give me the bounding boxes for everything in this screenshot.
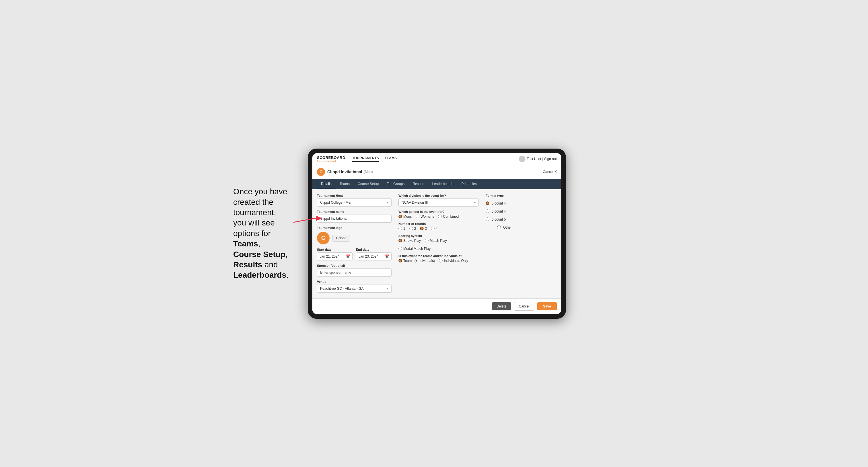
- delete-button[interactable]: Delete: [492, 302, 511, 310]
- host-select[interactable]: Clippd College - Men: [317, 198, 392, 207]
- start-date-wrapper: 📅: [317, 252, 352, 260]
- user-area: Test User | Sign out: [519, 156, 557, 162]
- sponsor-label: Sponsor (optional): [317, 264, 392, 267]
- bold-course-setup: Course Setup,: [233, 250, 288, 259]
- scoring-stroke[interactable]: Stroke Play: [398, 239, 421, 243]
- format-other[interactable]: Other: [497, 225, 557, 229]
- logo-group: Tournament logo C Upload: [317, 226, 392, 244]
- teams-plus-individuals-radio[interactable]: [398, 259, 402, 262]
- venue-group: Venue Peachtree GC - Atlanta - GA: [317, 280, 392, 292]
- format-other-radio[interactable]: [497, 225, 501, 229]
- bold-teams: Teams: [233, 239, 258, 248]
- tournament-header: C Clippd Invitational (Men) Cancel X: [312, 165, 561, 179]
- user-text[interactable]: Test User | Sign out: [527, 157, 557, 161]
- name-label: Tournament name: [317, 210, 392, 213]
- arrow-icon: [293, 215, 322, 229]
- rounds-4[interactable]: 4: [431, 227, 438, 230]
- format-6count4-label: 6 count 4: [492, 209, 506, 213]
- save-button[interactable]: Save: [537, 302, 557, 310]
- gender-combined[interactable]: Combined: [438, 215, 459, 219]
- name-input[interactable]: [317, 215, 392, 223]
- format-6count4[interactable]: 6 count 4: [486, 209, 557, 213]
- tournament-gender: (Men): [364, 170, 373, 174]
- venue-select[interactable]: Peachtree GC - Atlanta - GA: [317, 285, 392, 292]
- rounds-2[interactable]: 2: [409, 227, 416, 230]
- sponsor-group: Sponsor (optional): [317, 264, 392, 277]
- end-date-wrapper: 📅: [356, 252, 392, 260]
- start-date-group: Start date 📅: [317, 248, 352, 260]
- nav-teams[interactable]: TEAMS: [385, 156, 397, 162]
- rounds-3[interactable]: 3: [420, 227, 427, 230]
- logo-sub: Powered by clippd: [317, 160, 345, 162]
- individuals-only[interactable]: Individuals Only: [439, 259, 468, 263]
- scoring-medal-label: Medal Match Play: [403, 247, 431, 251]
- rounds-1[interactable]: 1: [398, 227, 405, 230]
- scoring-match-radio[interactable]: [425, 239, 429, 242]
- scoring-match[interactable]: Match Play: [425, 239, 446, 243]
- rounds-label: Number of rounds: [398, 222, 479, 225]
- format-6count5[interactable]: 6 count 5: [486, 217, 557, 221]
- division-select[interactable]: NCAA Division III: [398, 198, 479, 207]
- tournament-logo: C: [317, 168, 325, 176]
- gender-mens-radio[interactable]: [398, 215, 402, 218]
- instruction-panel: Once you havecreated thetournament,you w…: [233, 186, 296, 281]
- tab-course-setup[interactable]: Course Setup: [354, 179, 383, 189]
- rounds-3-label: 3: [425, 227, 427, 230]
- tab-leaderboards[interactable]: Leaderboards: [428, 179, 457, 189]
- gender-label: Which gender is the event for?: [398, 210, 479, 213]
- format-6count5-radio[interactable]: [486, 217, 489, 221]
- logo-text: SCOREBOARD: [317, 155, 345, 160]
- end-date-label: End date: [356, 248, 392, 251]
- gender-womens-radio[interactable]: [416, 215, 420, 218]
- date-row: Start date 📅 End date 📅: [317, 248, 392, 260]
- user-avatar: [519, 156, 525, 162]
- end-date-group: End date 📅: [356, 248, 392, 260]
- format-5count4-label: 5 count 4: [492, 201, 506, 206]
- upload-button[interactable]: Upload: [333, 235, 350, 242]
- gender-combined-label: Combined: [443, 215, 459, 219]
- instruction-text: Once you havecreated thetournament,you w…: [233, 187, 288, 279]
- scoring-group: Scoring system Stroke Play Match Play: [398, 234, 479, 251]
- scoring-medal[interactable]: Medal Match Play: [398, 247, 431, 251]
- teams-plus-individuals[interactable]: Teams (+Individuals): [398, 259, 435, 263]
- rounds-4-radio[interactable]: [431, 227, 435, 230]
- gender-combined-radio[interactable]: [438, 215, 442, 218]
- bold-leaderboards: Leaderboards: [233, 271, 286, 279]
- gender-womens-label: Womens: [421, 215, 434, 219]
- rounds-3-radio[interactable]: [420, 227, 424, 230]
- scoring-stroke-radio[interactable]: [398, 239, 402, 242]
- format-5count4[interactable]: 5 count 4: [486, 201, 557, 206]
- start-date-icon: 📅: [346, 254, 350, 258]
- tab-teams[interactable]: Teams: [336, 179, 354, 189]
- gender-womens[interactable]: Womens: [416, 215, 434, 219]
- rounds-4-label: 4: [436, 227, 438, 230]
- cancel-button[interactable]: Cancel: [514, 302, 534, 311]
- cancel-top-button[interactable]: Cancel X: [543, 170, 557, 174]
- format-5count4-radio[interactable]: [486, 201, 489, 205]
- middle-column: Which division is the event for? NCAA Di…: [398, 194, 479, 294]
- top-navigation: SCOREBOARD Powered by clippd TOURNAMENTS…: [312, 153, 561, 165]
- gender-mens[interactable]: Mens: [398, 215, 412, 219]
- logo-area: SCOREBOARD Powered by clippd: [317, 155, 345, 162]
- host-group: Tournament Host Clippd College - Men: [317, 194, 392, 207]
- rounds-1-radio[interactable]: [398, 227, 402, 230]
- venue-label: Venue: [317, 280, 392, 283]
- svg-line-0: [293, 218, 316, 222]
- left-column: Tournament Host Clippd College - Men Tou…: [317, 194, 392, 294]
- main-content: Tournament Host Clippd College - Men Tou…: [312, 189, 561, 298]
- tab-details[interactable]: Details: [317, 179, 336, 189]
- gender-group: Which gender is the event for? Mens Wome…: [398, 210, 479, 219]
- tab-results[interactable]: Results: [408, 179, 428, 189]
- format-label: Format type: [486, 194, 557, 197]
- individuals-only-radio[interactable]: [439, 259, 443, 262]
- gender-radio-group: Mens Womens Combined: [398, 215, 479, 219]
- svg-marker-1: [316, 216, 322, 221]
- name-group: Tournament name: [317, 210, 392, 223]
- rounds-2-radio[interactable]: [409, 227, 413, 230]
- tab-tee-groups[interactable]: Tee Groups: [383, 179, 408, 189]
- tab-printables[interactable]: Printables: [458, 179, 481, 189]
- format-6count4-radio[interactable]: [486, 209, 489, 213]
- nav-tournaments[interactable]: TOURNAMENTS: [352, 156, 379, 162]
- sponsor-input[interactable]: [317, 269, 392, 277]
- scoring-medal-radio[interactable]: [398, 247, 402, 250]
